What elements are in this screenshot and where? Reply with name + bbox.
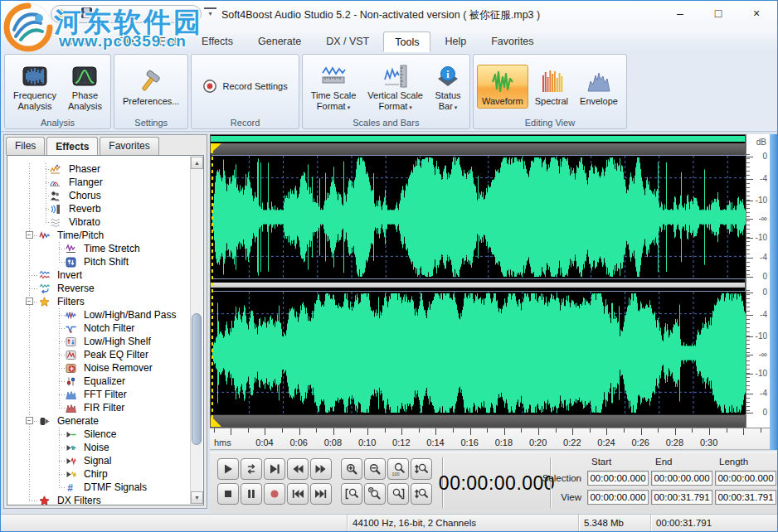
go-to-start-button[interactable] <box>287 483 309 505</box>
tree-item[interactable]: FIR Filter <box>9 401 189 414</box>
selection-start-field[interactable]: 00:00:00.000 <box>587 471 649 486</box>
tree-item-label[interactable]: Pitch Shift <box>84 256 129 268</box>
repeat-button[interactable] <box>241 458 262 480</box>
panel-tab-files[interactable]: Files <box>6 137 45 155</box>
tree-item-label[interactable]: FIR Filter <box>84 402 124 414</box>
time-scale-format-button[interactable]: Time ScaleFormat ▾ <box>306 59 362 114</box>
tree-item[interactable]: Reverb <box>9 202 189 215</box>
fast-forward-button[interactable] <box>310 458 332 480</box>
tree-item[interactable]: Noise <box>9 441 189 454</box>
time-ruler[interactable]: hms 0:040:060:080:100:120:140:160:180:20… <box>210 428 770 450</box>
stop-button[interactable] <box>217 483 239 505</box>
tab-help[interactable]: Help <box>434 31 477 52</box>
overview-strip[interactable] <box>211 135 745 143</box>
minimize-button[interactable]: – <box>661 1 699 26</box>
waveform-channel-left[interactable] <box>212 156 746 278</box>
tree-item[interactable]: −Time/Pitch <box>9 229 189 242</box>
waveform-channel-right[interactable] <box>212 292 746 414</box>
view-start-field[interactable]: 00:00:00.000 <box>587 490 649 505</box>
maximize-button[interactable]: □ <box>699 1 737 26</box>
selection-length-field[interactable]: 00:00:00.000 <box>715 471 776 486</box>
scroll-down-button[interactable]: ▼ <box>191 491 203 504</box>
view-end-field[interactable]: 00:00:31.791 <box>651 490 712 505</box>
tree-item-label[interactable]: Notch Filter <box>84 322 134 334</box>
tree-item[interactable]: −Generate <box>9 414 189 428</box>
scrollbar-thumb[interactable] <box>192 313 202 445</box>
tree-item-label[interactable]: Silence <box>84 428 116 440</box>
tree-item-label[interactable]: Low/High/Band Pass <box>84 309 176 321</box>
envelope-view-button[interactable]: Envelope <box>575 65 623 109</box>
tree-item-label[interactable]: Equalizer <box>84 375 125 387</box>
tree-item[interactable]: Chorus <box>9 189 189 202</box>
tab-generate[interactable]: Generate <box>247 31 312 52</box>
panel-tab-favorites[interactable]: Favorites <box>100 137 158 155</box>
tree-item[interactable]: Silence <box>9 428 189 441</box>
tree-item[interactable]: −Filters <box>9 295 189 308</box>
tree-item-label[interactable]: Filters <box>57 296 85 307</box>
collapse-icon[interactable]: − <box>26 297 33 305</box>
tree-item-label[interactable]: Time Stretch <box>84 243 140 254</box>
marker-bar-bottom[interactable] <box>211 414 745 427</box>
tree-item[interactable]: Low/High/Band Pass <box>9 308 189 322</box>
go-to-end-button[interactable] <box>310 483 332 505</box>
tree-item-label[interactable]: Chirp <box>84 468 108 480</box>
channel-separator[interactable] <box>211 281 745 289</box>
zoom-to-view-button[interactable] <box>387 483 409 505</box>
tree-item[interactable]: #DTMF Signals <box>9 481 189 494</box>
tree-item[interactable]: Signal <box>9 454 189 467</box>
tree-item[interactable]: Pitch Shift <box>9 255 189 268</box>
tree-item-label[interactable]: Time/Pitch <box>57 230 104 241</box>
play-to-end-button[interactable] <box>264 458 285 480</box>
tree-item-label[interactable]: FFT Filter <box>84 389 127 400</box>
tree-item[interactable]: Equalizer <box>9 375 189 388</box>
play-button[interactable] <box>217 458 239 480</box>
tree-item-label[interactable]: Phaser <box>69 163 100 175</box>
zoom-100-button[interactable]: 100 <box>387 458 409 480</box>
tab-favorites[interactable]: Favorites <box>480 31 544 52</box>
qat-customize-button[interactable]: ▾ <box>204 7 216 21</box>
tab-tools[interactable]: Tools <box>383 31 430 52</box>
tree-item-label[interactable]: Flanger <box>69 177 103 188</box>
rewind-button[interactable] <box>287 458 309 480</box>
zoom-vertical-out-button[interactable] <box>411 483 432 505</box>
tree-item-label[interactable]: Reverse <box>57 283 95 294</box>
tree-item[interactable]: Notch Filter <box>9 322 189 335</box>
tree-item[interactable]: Chirp <box>9 467 189 481</box>
selection-end-field[interactable]: 00:00:00.000 <box>651 471 712 486</box>
record-button[interactable] <box>264 483 285 505</box>
tree-item[interactable]: Phaser <box>9 162 189 176</box>
pause-button[interactable] <box>241 483 262 505</box>
tree-item[interactable]: DX Filters <box>9 494 189 505</box>
panel-tab-effects[interactable]: Effects <box>46 137 98 155</box>
tree-scrollbar[interactable]: ▲ ▼ <box>190 157 202 504</box>
playback-cursor[interactable] <box>212 143 213 425</box>
tree-item-label[interactable]: Generate <box>57 415 99 427</box>
frequency-analysis-button[interactable]: FrequencyAnalysis <box>8 59 61 114</box>
collapse-icon[interactable]: − <box>26 231 33 239</box>
record-settings-button[interactable]: Record Settings <box>195 68 294 104</box>
tree-item-label[interactable]: Peak EQ Filter <box>84 349 148 360</box>
waveform-editor[interactable] <box>210 134 746 428</box>
tree-item[interactable]: Reverse <box>9 282 189 295</box>
tree-item[interactable]: Low/High Shelf <box>9 335 189 348</box>
tree-item-label[interactable]: Chorus <box>69 190 101 201</box>
zoom-vertical-in-button[interactable] <box>411 458 432 480</box>
zoom-in-small-button[interactable] <box>364 483 386 505</box>
tree-item[interactable]: Vibrato <box>9 215 189 229</box>
close-button[interactable]: × <box>737 1 776 26</box>
status-bar-button[interactable]: iStatusBar ▾ <box>430 59 466 114</box>
marker-bar-top[interactable] <box>211 143 745 155</box>
zoom-in-button[interactable] <box>341 458 362 480</box>
tree-item-label[interactable]: DX Filters <box>57 495 101 505</box>
tab-dx-vst[interactable]: DX / VST <box>315 31 380 52</box>
view-length-field[interactable]: 00:00:31.791 <box>715 490 776 505</box>
zoom-out-button[interactable] <box>364 458 386 480</box>
tree-item[interactable]: Noise Remover <box>9 361 189 375</box>
preferences-button[interactable]: Preferences... <box>118 65 184 109</box>
tree-item[interactable]: Peak EQ Filter <box>9 348 189 361</box>
vertical-scale-format-button[interactable]: Vertical ScaleFormat ▾ <box>362 59 428 114</box>
tree-item-label[interactable]: DTMF Signals <box>84 481 147 493</box>
collapse-icon[interactable]: − <box>26 417 33 424</box>
tree-item-label[interactable]: Vibrato <box>69 216 100 228</box>
tree-item-label[interactable]: Noise <box>84 442 109 453</box>
